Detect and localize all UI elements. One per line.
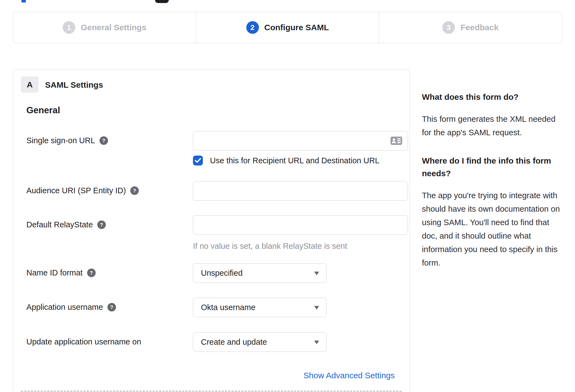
chevron-down-icon [314, 306, 319, 310]
relaystate-label: Default RelayState ? [26, 220, 106, 229]
sidebar-answer-2: The app you're trying to integrate with … [422, 189, 563, 269]
sso-url-label: Single sign-on URL ? [26, 136, 108, 145]
recipient-destination-checkbox[interactable] [193, 156, 203, 165]
recipient-destination-label: Use this for Recipient URL and Destinati… [210, 156, 379, 165]
section-a-badge: A [21, 76, 38, 93]
selected-value: Create and update [201, 338, 267, 347]
help-icon[interactable]: ? [99, 136, 108, 145]
help-icon[interactable]: ? [97, 220, 106, 229]
audience-uri-row: Audience URI (SP Entity ID) ? [26, 181, 400, 201]
cutoff-dark-fragment [155, 0, 169, 3]
step-label: General Settings [81, 23, 146, 32]
sso-url-input[interactable] [193, 131, 408, 151]
update-username-label: Update application username on [26, 337, 141, 346]
show-advanced-settings-link[interactable]: Show Advanced Settings [193, 371, 395, 380]
chevron-down-icon [314, 272, 319, 275]
sidebar-question-1: What does this form do? [422, 91, 563, 103]
contact-card-icon[interactable] [390, 136, 402, 147]
name-id-format-label: Name ID format ? [26, 268, 96, 277]
recipient-destination-row: Use this for Recipient URL and Destinati… [193, 156, 379, 165]
help-sidebar: What does this form do? This form genera… [422, 91, 563, 269]
step-general-settings[interactable]: 1 General Settings [13, 12, 196, 43]
name-id-format-select[interactable]: Unspecified [193, 263, 327, 283]
general-heading: General [26, 105, 60, 115]
audience-uri-input[interactable] [193, 181, 408, 201]
checkmark-icon [195, 158, 201, 163]
wizard-stepper: 1 General Settings 2 Configure SAML 3 Fe… [13, 12, 562, 43]
step-configure-saml[interactable]: 2 Configure SAML [196, 12, 379, 43]
saml-settings-card: A SAML Settings General Single sign-on U… [13, 70, 410, 392]
relaystate-hint: If no value is set, a blank RelayState i… [193, 242, 347, 251]
relaystate-input[interactable] [193, 215, 408, 235]
cutoff-blue-fragment [21, 0, 26, 2]
update-username-select[interactable]: Create and update [193, 332, 327, 352]
sidebar-question-2: Where do I find the info this form needs… [422, 154, 563, 180]
step-number-badge: 2 [246, 21, 259, 34]
relaystate-row: Default RelayState ? [26, 215, 400, 235]
application-username-select[interactable]: Okta username [193, 298, 327, 317]
selected-value: Okta username [201, 303, 255, 312]
selected-value: Unspecified [201, 269, 243, 278]
application-username-label: Application username ? [26, 303, 116, 312]
section-title: SAML Settings [45, 80, 103, 90]
help-icon[interactable]: ? [87, 269, 96, 277]
audience-uri-label: Audience URI (SP Entity ID) ? [26, 186, 139, 195]
help-icon[interactable]: ? [107, 303, 116, 311]
step-label: Feedback [460, 23, 498, 32]
step-number-badge: 1 [63, 21, 75, 34]
step-number-badge: 3 [442, 21, 455, 34]
sso-url-row: Single sign-on URL ? [26, 131, 400, 151]
chevron-down-icon [314, 341, 319, 344]
sidebar-answer-1: This form generates the XML needed for t… [422, 112, 563, 139]
step-feedback[interactable]: 3 Feedback [379, 12, 562, 43]
help-icon[interactable]: ? [130, 186, 139, 195]
step-label: Configure SAML [264, 23, 329, 32]
section-dashed-divider [21, 391, 402, 392]
